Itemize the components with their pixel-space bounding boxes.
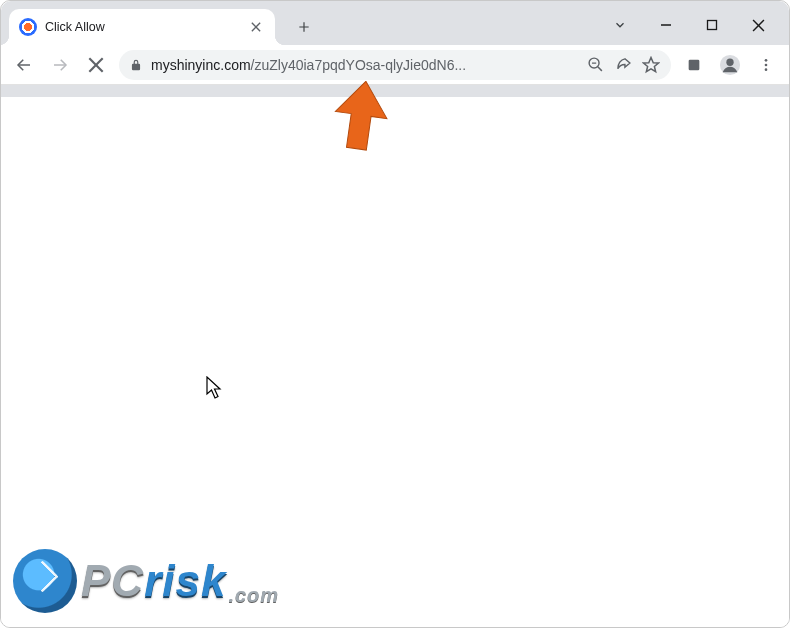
share-button[interactable]	[613, 56, 633, 73]
arrow-right-icon	[51, 56, 69, 74]
menu-button[interactable]	[749, 48, 783, 82]
lock-icon	[129, 58, 143, 72]
extensions-square-icon	[686, 57, 702, 73]
extensions-button[interactable]	[677, 48, 711, 82]
tab-search-dropdown[interactable]	[597, 9, 643, 41]
svg-point-20	[765, 63, 768, 66]
nav-forward-button[interactable]	[43, 48, 77, 82]
svg-rect-16	[689, 59, 700, 70]
plus-icon	[297, 20, 311, 34]
url-domain: myshinyinc.com	[151, 57, 251, 73]
active-tab[interactable]: Click Allow	[9, 9, 275, 45]
svg-line-13	[597, 67, 601, 71]
profile-icon	[719, 54, 741, 76]
svg-point-21	[765, 68, 768, 71]
address-bar[interactable]: myshinyinc.com/zuZly40ia7pqdYOsa-qlyJie0…	[119, 50, 671, 80]
tab-close-button[interactable]	[247, 18, 265, 36]
chevron-down-icon	[613, 18, 627, 32]
stop-x-icon	[88, 57, 104, 73]
url-text: myshinyinc.com/zuZly40ia7pqdYOsa-qlyJie0…	[151, 57, 577, 73]
close-icon	[752, 19, 765, 32]
star-icon	[642, 56, 660, 74]
share-icon	[615, 56, 632, 73]
minimize-icon	[660, 19, 672, 31]
watermark-pc: PC	[81, 556, 144, 605]
tab-favicon-icon	[19, 18, 37, 36]
tab-title: Click Allow	[45, 20, 239, 34]
window-close-button[interactable]	[735, 9, 781, 41]
new-tab-button[interactable]	[287, 10, 321, 44]
minimize-button[interactable]	[643, 9, 689, 41]
arrow-left-icon	[15, 56, 33, 74]
close-icon	[251, 22, 261, 32]
watermark-text: PCrisk	[81, 556, 226, 606]
pcrisk-watermark: PCrisk .com	[13, 549, 279, 613]
svg-point-18	[726, 58, 733, 65]
kebab-menu-icon	[758, 57, 774, 73]
profile-button[interactable]	[713, 48, 747, 82]
url-path: /zuZly40ia7pqdYOsa-qlyJie0dN6...	[251, 57, 467, 73]
pcrisk-logo-icon	[13, 549, 77, 613]
maximize-icon	[706, 19, 718, 31]
search-minus-icon	[587, 56, 604, 73]
svg-rect-1	[708, 21, 717, 30]
page-content: PCrisk .com	[1, 97, 789, 628]
watermark-risk: risk	[144, 556, 226, 605]
maximize-button[interactable]	[689, 9, 735, 41]
zoom-button[interactable]	[585, 56, 605, 73]
toolbar: myshinyinc.com/zuZly40ia7pqdYOsa-qlyJie0…	[1, 45, 789, 85]
nav-stop-button[interactable]	[79, 48, 113, 82]
watermark-tld: .com	[228, 584, 279, 613]
svg-point-19	[765, 59, 768, 62]
window-controls	[597, 9, 781, 41]
nav-back-button[interactable]	[7, 48, 41, 82]
svg-marker-15	[644, 57, 659, 71]
bookmark-button[interactable]	[641, 56, 661, 74]
browser-chrome: Click Allow myshinyinc.com/zuZly40ia7pqd…	[1, 1, 789, 97]
